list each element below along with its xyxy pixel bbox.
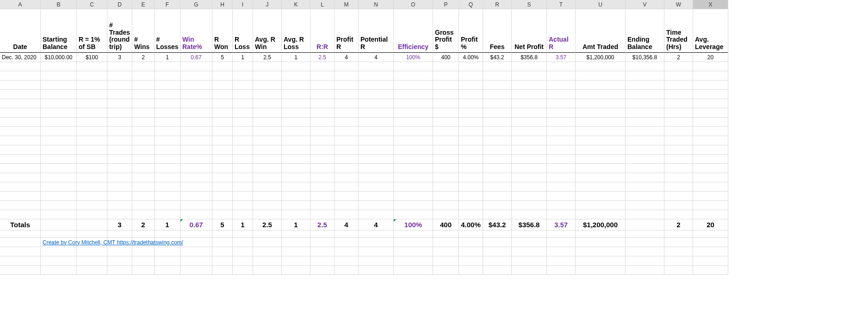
empty-cell[interactable] xyxy=(180,182,212,192)
empty-cell[interactable] xyxy=(459,256,483,266)
empty-cell[interactable] xyxy=(394,127,433,136)
empty-cell[interactable] xyxy=(359,108,394,118)
empty-cell[interactable] xyxy=(233,145,253,155)
empty-cell[interactable] xyxy=(212,182,233,192)
empty-cell[interactable] xyxy=(282,155,310,164)
empty-cell[interactable] xyxy=(459,192,483,201)
empty-cell[interactable] xyxy=(459,90,483,99)
empty-cell[interactable] xyxy=(459,229,483,238)
empty-cell[interactable] xyxy=(547,256,576,266)
empty-cell[interactable] xyxy=(77,108,107,118)
empty-cell[interactable] xyxy=(664,256,693,266)
data-cell-X[interactable]: 20 xyxy=(693,53,728,62)
empty-cell[interactable] xyxy=(132,136,155,145)
empty-cell[interactable] xyxy=(483,62,512,71)
empty-cell[interactable] xyxy=(310,164,335,173)
data-cell-C[interactable]: $100 xyxy=(77,53,107,62)
empty-cell[interactable] xyxy=(335,155,359,164)
empty-cell[interactable] xyxy=(253,182,282,192)
empty-cell[interactable] xyxy=(394,182,433,192)
empty-cell[interactable] xyxy=(155,118,180,127)
empty-cell[interactable] xyxy=(512,108,547,118)
empty-cell[interactable] xyxy=(483,182,512,192)
empty-cell[interactable] xyxy=(107,266,132,275)
data-cell-F[interactable]: 1 xyxy=(155,53,180,62)
empty-cell[interactable] xyxy=(253,62,282,71)
empty-cell[interactable] xyxy=(664,127,693,136)
empty-cell[interactable] xyxy=(394,118,433,127)
empty-cell[interactable] xyxy=(0,164,41,173)
empty-cell[interactable] xyxy=(77,266,107,275)
empty-cell[interactable] xyxy=(626,247,664,256)
empty-cell[interactable] xyxy=(0,108,41,118)
header-O[interactable]: Efficiency xyxy=(394,9,433,53)
empty-cell[interactable] xyxy=(483,164,512,173)
empty-cell[interactable] xyxy=(107,99,132,108)
empty-cell[interactable] xyxy=(253,108,282,118)
empty-cell[interactable] xyxy=(107,164,132,173)
empty-cell[interactable] xyxy=(155,164,180,173)
empty-cell[interactable] xyxy=(459,155,483,164)
empty-cell[interactable] xyxy=(253,127,282,136)
credit-link[interactable]: Create by Cory Mitchell, CMT https://tra… xyxy=(41,238,77,247)
empty-cell[interactable] xyxy=(41,108,77,118)
header-M[interactable]: Profit R xyxy=(335,9,359,53)
empty-cell[interactable] xyxy=(664,136,693,145)
empty-cell[interactable] xyxy=(41,164,77,173)
empty-cell[interactable] xyxy=(253,90,282,99)
empty-cell[interactable] xyxy=(155,71,180,81)
empty-cell[interactable] xyxy=(394,192,433,201)
empty-cell[interactable] xyxy=(693,229,728,238)
empty-cell[interactable] xyxy=(483,136,512,145)
empty-cell[interactable] xyxy=(547,99,576,108)
empty-cell[interactable] xyxy=(483,81,512,90)
empty-cell[interactable] xyxy=(359,71,394,81)
empty-cell[interactable] xyxy=(664,229,693,238)
empty-cell[interactable] xyxy=(394,62,433,71)
empty-cell[interactable] xyxy=(626,182,664,192)
empty-cell[interactable] xyxy=(253,145,282,155)
empty-cell[interactable] xyxy=(359,173,394,182)
empty-cell[interactable] xyxy=(212,229,233,238)
empty-cell[interactable] xyxy=(41,192,77,201)
empty-cell[interactable] xyxy=(394,81,433,90)
empty-cell[interactable] xyxy=(664,192,693,201)
empty-cell[interactable] xyxy=(512,81,547,90)
empty-cell[interactable] xyxy=(394,164,433,173)
header-H[interactable]: R Won xyxy=(212,9,233,53)
empty-cell[interactable] xyxy=(253,155,282,164)
empty-cell[interactable] xyxy=(233,62,253,71)
header-J[interactable]: Avg. R Win xyxy=(253,9,282,53)
empty-cell[interactable] xyxy=(233,182,253,192)
empty-cell[interactable] xyxy=(180,247,212,256)
empty-cell[interactable] xyxy=(233,99,253,108)
empty-cell[interactable] xyxy=(41,71,77,81)
empty-cell[interactable] xyxy=(512,201,547,210)
empty-cell[interactable] xyxy=(310,210,335,219)
empty-cell[interactable] xyxy=(359,136,394,145)
empty-cell[interactable] xyxy=(155,192,180,201)
header-Q[interactable]: Profit % xyxy=(459,9,483,53)
empty-cell[interactable] xyxy=(626,164,664,173)
empty-cell[interactable] xyxy=(77,90,107,99)
empty-cell[interactable] xyxy=(335,108,359,118)
empty-cell[interactable] xyxy=(212,155,233,164)
empty-cell[interactable] xyxy=(576,127,626,136)
empty-cell[interactable] xyxy=(693,256,728,266)
empty-cell[interactable] xyxy=(576,201,626,210)
empty-cell[interactable] xyxy=(253,164,282,173)
empty-cell[interactable] xyxy=(664,81,693,90)
empty-cell[interactable] xyxy=(0,266,41,275)
empty-cell[interactable] xyxy=(253,266,282,275)
empty-cell[interactable] xyxy=(107,145,132,155)
empty-cell[interactable] xyxy=(512,164,547,173)
empty-cell[interactable] xyxy=(335,210,359,219)
empty-cell[interactable] xyxy=(394,108,433,118)
empty-cell[interactable] xyxy=(547,229,576,238)
empty-cell[interactable] xyxy=(483,201,512,210)
data-cell-H[interactable]: 5 xyxy=(212,53,233,62)
empty-cell[interactable] xyxy=(693,192,728,201)
empty-cell[interactable] xyxy=(132,155,155,164)
empty-cell[interactable] xyxy=(180,71,212,81)
data-cell-K[interactable]: 1 xyxy=(282,53,310,62)
